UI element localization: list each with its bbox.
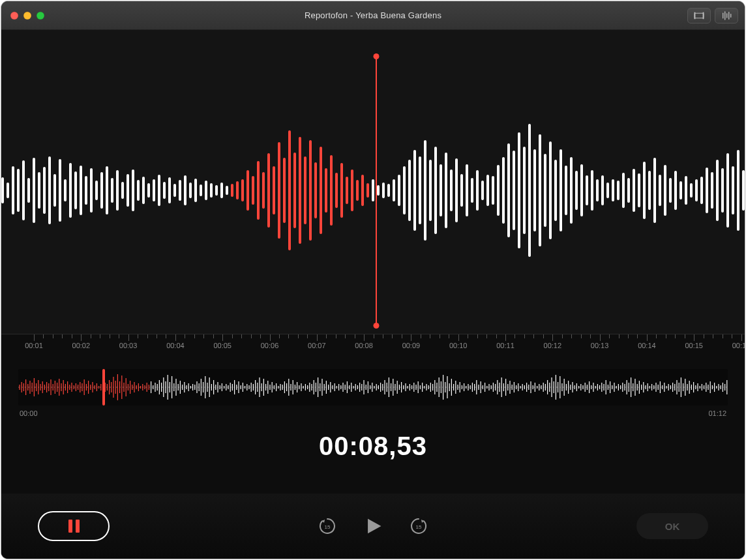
title-bar: Reportofon - Yerba Buena Gardens bbox=[1, 1, 745, 30]
ruler-label: 00:09 bbox=[402, 342, 421, 349]
trim-button[interactable] bbox=[687, 8, 711, 23]
ruler-label: 00:12 bbox=[544, 342, 562, 349]
ruler-label: 00:16 bbox=[732, 342, 745, 349]
svg-rect-1 bbox=[694, 12, 696, 19]
ruler-label: 00:07 bbox=[308, 342, 326, 349]
svg-text:15: 15 bbox=[416, 524, 422, 530]
svg-text:15: 15 bbox=[325, 524, 331, 530]
skip-forward-icon: 15 bbox=[409, 516, 428, 536]
overview-end-label: 01:12 bbox=[708, 409, 726, 417]
waveform-main[interactable] bbox=[1, 30, 745, 334]
skip-back-button[interactable]: 15 bbox=[318, 516, 337, 536]
window-title: Reportofon - Yerba Buena Gardens bbox=[1, 10, 745, 20]
svg-rect-2 bbox=[703, 12, 704, 19]
play-icon bbox=[362, 515, 384, 537]
equalizer-icon bbox=[721, 10, 732, 22]
app-window: Reportofon - Yerba Buena Gardens bbox=[1, 1, 745, 559]
playhead-overview[interactable] bbox=[102, 369, 105, 405]
ruler-label: 00:08 bbox=[355, 342, 373, 349]
content-area: 00:0100:0200:0300:0400:0500:0600:0700:08… bbox=[1, 30, 745, 559]
skip-forward-button[interactable]: 15 bbox=[409, 516, 428, 536]
ruler-label: 00:03 bbox=[119, 342, 138, 349]
ruler-label: 00:14 bbox=[638, 342, 656, 349]
overview-start-label: 00:00 bbox=[20, 409, 38, 417]
current-time-display: 00:08,53 bbox=[1, 432, 745, 461]
skip-back-icon: 15 bbox=[318, 516, 337, 536]
ok-button[interactable]: OK bbox=[636, 513, 708, 539]
ruler-label: 00:15 bbox=[685, 342, 703, 349]
svg-rect-0 bbox=[694, 13, 704, 18]
minimize-window-button[interactable] bbox=[23, 12, 31, 20]
ruler-label: 00:11 bbox=[496, 342, 515, 349]
window-controls bbox=[1, 12, 44, 20]
ruler-label: 00:13 bbox=[591, 342, 609, 349]
pause-record-button[interactable] bbox=[38, 511, 110, 541]
enhance-button[interactable] bbox=[715, 8, 738, 23]
ruler-label: 00:02 bbox=[72, 342, 91, 349]
ruler-label: 00:05 bbox=[213, 342, 231, 349]
waveform-overview[interactable] bbox=[18, 369, 728, 405]
transport-controls: 15 15 OK bbox=[1, 494, 745, 559]
ok-button-label: OK bbox=[665, 521, 680, 532]
maximize-window-button[interactable] bbox=[37, 12, 44, 20]
ruler-label: 00:10 bbox=[449, 342, 468, 349]
ruler-label: 00:06 bbox=[261, 342, 279, 349]
time-ruler[interactable]: 00:0100:0200:0300:0400:0500:0600:0700:08… bbox=[1, 334, 745, 355]
trim-icon bbox=[693, 10, 705, 22]
ruler-label: 00:04 bbox=[166, 342, 185, 349]
close-window-button[interactable] bbox=[10, 12, 18, 20]
ruler-label: 00:01 bbox=[25, 342, 43, 349]
play-button[interactable] bbox=[362, 515, 384, 537]
pause-icon bbox=[68, 520, 80, 533]
